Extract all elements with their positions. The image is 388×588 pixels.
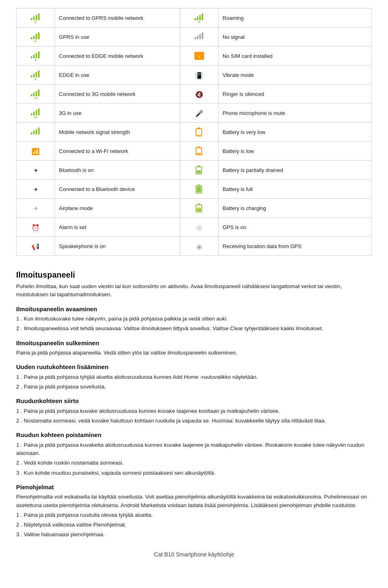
svg-text:🎤: 🎤 bbox=[195, 110, 203, 117]
svg-rect-18 bbox=[202, 32, 203, 39]
left-label-cell: Bluetooth is on bbox=[55, 161, 180, 180]
right-label-cell: Battery is partially drained bbox=[218, 161, 371, 180]
left-label-cell: Speakerphone is on bbox=[55, 237, 180, 256]
left-label-cell: Connected to a Wi-Fi network bbox=[55, 142, 180, 161]
svg-rect-40 bbox=[36, 110, 37, 115]
svg-rect-29 bbox=[38, 70, 40, 77]
section-6-para-3: 3 . Valitse haluamaasi pienohjelmaa. bbox=[16, 531, 372, 539]
right-icon-cell bbox=[180, 161, 219, 180]
right-icon-cell: R bbox=[180, 8, 219, 28]
svg-rect-12 bbox=[36, 34, 37, 39]
svg-rect-21 bbox=[36, 53, 37, 58]
svg-rect-27 bbox=[33, 74, 35, 77]
svg-rect-13 bbox=[38, 32, 40, 39]
left-icon-cell: ⏰ bbox=[17, 218, 55, 237]
svg-text:📶: 📶 bbox=[32, 148, 40, 155]
section-title-2: Ilmoituspaneelin sulkeminen bbox=[16, 339, 372, 348]
svg-rect-20 bbox=[33, 55, 35, 58]
left-label-cell: Alarm is set bbox=[55, 218, 180, 237]
svg-rect-7 bbox=[199, 15, 201, 20]
section-3-para-1: 2 . Paina ja pidä pohjassa sovellusta. bbox=[16, 383, 372, 391]
svg-text:!: ! bbox=[198, 55, 200, 59]
svg-text:🔇: 🔇 bbox=[195, 91, 203, 98]
section-title-6: Pienohjelmat bbox=[16, 483, 372, 492]
svg-text:3G: 3G bbox=[34, 116, 38, 119]
table-row: GGPRS in useNo signal bbox=[17, 28, 372, 47]
left-icon-cell: E bbox=[17, 47, 55, 66]
svg-rect-61 bbox=[198, 185, 200, 186]
svg-rect-3 bbox=[38, 13, 40, 20]
right-icon-cell: ! bbox=[180, 47, 219, 66]
svg-rect-54 bbox=[197, 153, 201, 154]
right-label-cell: Battery is charging bbox=[218, 199, 371, 218]
svg-rect-50 bbox=[197, 135, 201, 135]
section-4-para-1: 2 . Nostamatta sormeasi, vedä kuvake hal… bbox=[16, 417, 372, 425]
left-icon-cell: ✈ bbox=[17, 199, 55, 218]
svg-rect-16 bbox=[197, 36, 198, 39]
left-icon-cell: E bbox=[17, 66, 55, 85]
table-row: 3GConnected to 3G mobile network🔇Ringer … bbox=[17, 85, 372, 104]
svg-rect-58 bbox=[197, 170, 201, 173]
right-label-cell: Phone microphone is mute bbox=[218, 104, 371, 123]
section-title-1: Ilmoituspaneelin avaaminen bbox=[16, 305, 372, 314]
left-label-cell: EDGE in use bbox=[55, 66, 180, 85]
svg-rect-6 bbox=[197, 17, 198, 20]
svg-rect-17 bbox=[199, 34, 201, 39]
section-5-para-1: 2 . Vedä kohde roskiin nostamatta sormea… bbox=[16, 459, 372, 467]
svg-rect-34 bbox=[36, 91, 37, 96]
svg-rect-62 bbox=[197, 187, 201, 192]
table-row: 📶Connected to a Wi-Fi networkBattery is … bbox=[17, 142, 372, 161]
right-label-cell: Battery is full bbox=[218, 180, 371, 199]
left-label-cell: Connected to 3G mobile network bbox=[55, 85, 180, 104]
right-icon-cell: 🎤 bbox=[180, 104, 219, 123]
svg-text:G: G bbox=[34, 40, 37, 42]
right-label-cell: Ringer is silenced bbox=[218, 85, 371, 104]
right-label-cell: Battery is low bbox=[218, 142, 371, 161]
table-row: Mobile network signal strengthBattery is… bbox=[17, 123, 372, 142]
svg-rect-32 bbox=[31, 94, 32, 96]
table-row: ✦Bluetooth is onBattery is partially dra… bbox=[17, 161, 372, 180]
svg-text:📢: 📢 bbox=[32, 243, 40, 250]
table-row: ⏰Alarm is set◎GPS is on bbox=[17, 218, 372, 237]
section-6-para-1: 1 . Paina ja pidä pohjassa ruudulla olev… bbox=[16, 511, 372, 519]
section-0-para-0: Puhelin ilmoittaa, kun saat uuden viesti… bbox=[16, 282, 372, 299]
section-5-para-2: 3 . Kun kohde muuttuu punaiseksi, vapaut… bbox=[16, 469, 372, 477]
svg-rect-15 bbox=[194, 37, 196, 39]
svg-rect-33 bbox=[33, 93, 35, 96]
section-6-para-0: Pienohjelmailla voit esikatsella tai käy… bbox=[16, 493, 372, 509]
left-label-cell: Connected to a Bluetooth device bbox=[55, 180, 180, 199]
svg-rect-5 bbox=[194, 18, 196, 20]
section-3-para-0: 1 . Paina ja pidä pohjassa tyhjää aluett… bbox=[16, 373, 372, 381]
left-label-cell: Mobile network signal strength bbox=[55, 123, 180, 142]
right-icon-cell: 📳 bbox=[180, 66, 219, 85]
left-icon-cell: G bbox=[17, 28, 55, 47]
svg-text:E: E bbox=[35, 59, 37, 62]
svg-rect-19 bbox=[31, 56, 32, 58]
svg-rect-39 bbox=[33, 112, 35, 115]
right-label-cell: Battery is very low bbox=[218, 123, 371, 142]
left-icon-cell: ✦ bbox=[17, 180, 55, 199]
section-title-4: Ruudunkohteen siirto bbox=[16, 397, 372, 406]
svg-rect-38 bbox=[31, 113, 32, 115]
svg-rect-53 bbox=[198, 146, 200, 148]
svg-rect-11 bbox=[33, 36, 35, 39]
right-label-cell: Receiving location data from GPS bbox=[218, 237, 371, 256]
text-section: IlmoituspaneeliPuhelin ilmoittaa, kun sa… bbox=[16, 269, 372, 539]
svg-rect-45 bbox=[33, 131, 35, 134]
right-icon-cell bbox=[180, 123, 219, 142]
right-icon-cell: 🔇 bbox=[180, 85, 219, 104]
section-5-para-0: 1 . Paina ja pidä pohjassa kuvaketta alo… bbox=[16, 441, 372, 458]
svg-text:✦: ✦ bbox=[33, 167, 38, 174]
left-icon-cell: 📶 bbox=[17, 142, 55, 161]
svg-rect-46 bbox=[36, 129, 37, 134]
left-icon-cell: 3G bbox=[17, 104, 55, 123]
svg-rect-35 bbox=[38, 89, 40, 96]
footer-text: Cat B10 Smartphone käyttöohje bbox=[154, 551, 234, 558]
right-label-cell: No signal bbox=[218, 28, 371, 47]
section-title-3: Uuden ruutukohteen lisääminen bbox=[16, 363, 372, 372]
svg-rect-41 bbox=[38, 108, 40, 115]
table-row: GConnected to GPRS mobile networkRRoamin… bbox=[17, 8, 372, 28]
right-icon-cell bbox=[180, 28, 219, 47]
svg-rect-2 bbox=[36, 15, 37, 20]
left-icon-cell: 3G bbox=[17, 85, 55, 104]
